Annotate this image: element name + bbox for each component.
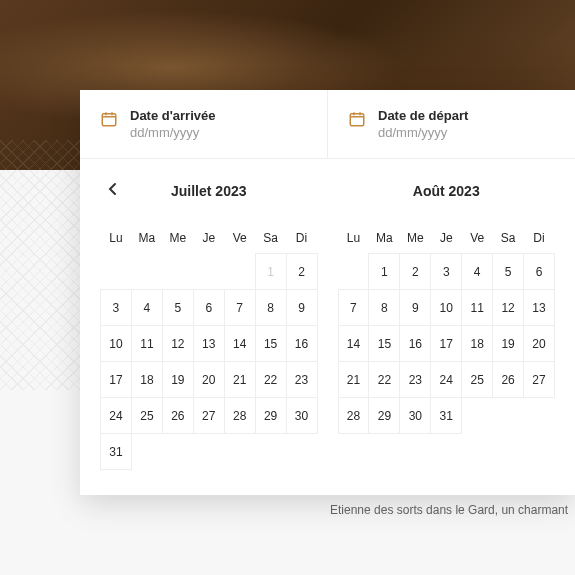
- arrival-date-input[interactable]: Date d'arrivée dd/mm/yyyy: [80, 90, 328, 158]
- calendar-day[interactable]: 16: [286, 326, 317, 362]
- weekday-header: Ve: [224, 223, 255, 254]
- calendar-day[interactable]: 2: [286, 254, 317, 290]
- calendar-day[interactable]: 6: [524, 254, 555, 290]
- calendar-month-1: Juillet 2023 LuMaMeJeVeSaDi 123456789101…: [90, 179, 328, 470]
- calendar-empty-cell: [162, 434, 193, 470]
- date-picker-panel: Date d'arrivée dd/mm/yyyy Date de départ…: [80, 90, 575, 495]
- calendar-empty-cell: [193, 254, 224, 290]
- calendar-day[interactable]: 10: [101, 326, 132, 362]
- calendar-day[interactable]: 29: [369, 398, 400, 434]
- decorative-pattern: [0, 140, 80, 390]
- calendar-day[interactable]: 22: [369, 362, 400, 398]
- calendar-day[interactable]: 14: [338, 326, 369, 362]
- calendar-day[interactable]: 6: [193, 290, 224, 326]
- calendar-day: 1: [255, 254, 286, 290]
- arrival-date-text: Date d'arrivée dd/mm/yyyy: [130, 108, 215, 140]
- calendar-day[interactable]: 13: [193, 326, 224, 362]
- calendar-day[interactable]: 27: [193, 398, 224, 434]
- calendar-day[interactable]: 8: [255, 290, 286, 326]
- calendar-empty-cell: [462, 398, 493, 434]
- calendar-day[interactable]: 21: [224, 362, 255, 398]
- calendar-day[interactable]: 4: [131, 290, 162, 326]
- calendar-day[interactable]: 11: [462, 290, 493, 326]
- calendar-day[interactable]: 4: [462, 254, 493, 290]
- calendar-day[interactable]: 21: [338, 362, 369, 398]
- calendar-day[interactable]: 7: [224, 290, 255, 326]
- calendar-day[interactable]: 26: [493, 362, 524, 398]
- calendar-empty-cell: [101, 254, 132, 290]
- calendar-1-header: Juillet 2023: [100, 179, 318, 203]
- calendar-empty-cell: [524, 398, 555, 434]
- arrival-date-placeholder: dd/mm/yyyy: [130, 125, 215, 140]
- calendar-day[interactable]: 22: [255, 362, 286, 398]
- calendar-day[interactable]: 19: [493, 326, 524, 362]
- calendar-day[interactable]: 17: [431, 326, 462, 362]
- weekday-header: Me: [162, 223, 193, 254]
- calendar-day[interactable]: 12: [493, 290, 524, 326]
- calendar-day[interactable]: 7: [338, 290, 369, 326]
- weekday-header: Je: [193, 223, 224, 254]
- month-1-title: Juillet 2023: [171, 183, 247, 199]
- calendar-1-grid: LuMaMeJeVeSaDi 1234567891011121314151617…: [100, 223, 318, 470]
- month-2-title: Août 2023: [413, 183, 480, 199]
- calendar-day[interactable]: 8: [369, 290, 400, 326]
- weekday-header: Me: [400, 223, 431, 254]
- calendar-day[interactable]: 25: [131, 398, 162, 434]
- departure-date-input[interactable]: Date de départ dd/mm/yyyy: [328, 90, 575, 158]
- calendar-day[interactable]: 24: [101, 398, 132, 434]
- calendar-day[interactable]: 29: [255, 398, 286, 434]
- calendar-day[interactable]: 31: [101, 434, 132, 470]
- calendar-day[interactable]: 23: [400, 362, 431, 398]
- departure-date-text: Date de départ dd/mm/yyyy: [378, 108, 468, 140]
- calendar-day[interactable]: 1: [369, 254, 400, 290]
- weekday-header: Lu: [338, 223, 369, 254]
- calendar-day[interactable]: 19: [162, 362, 193, 398]
- calendar-empty-cell: [224, 434, 255, 470]
- calendar-day[interactable]: 3: [431, 254, 462, 290]
- weekday-header: Di: [286, 223, 317, 254]
- calendar-day[interactable]: 30: [400, 398, 431, 434]
- calendar-day[interactable]: 5: [493, 254, 524, 290]
- calendar-day[interactable]: 27: [524, 362, 555, 398]
- departure-date-placeholder: dd/mm/yyyy: [378, 125, 468, 140]
- calendar-day[interactable]: 15: [369, 326, 400, 362]
- calendar-day[interactable]: 30: [286, 398, 317, 434]
- calendar-empty-cell: [338, 254, 369, 290]
- calendar-icon: [100, 110, 118, 128]
- calendar-day[interactable]: 31: [431, 398, 462, 434]
- calendar-day[interactable]: 14: [224, 326, 255, 362]
- calendar-icon: [348, 110, 366, 128]
- calendar-day[interactable]: 11: [131, 326, 162, 362]
- prev-month-button[interactable]: [100, 179, 124, 203]
- calendar-day[interactable]: 3: [101, 290, 132, 326]
- calendar-day[interactable]: 12: [162, 326, 193, 362]
- calendar-month-2: Août 2023 LuMaMeJeVeSaDi 123456789101112…: [328, 179, 566, 470]
- property-description: Etienne des sorts dans le Gard, un charm…: [330, 503, 575, 517]
- chevron-left-icon: [107, 182, 117, 200]
- calendar-day[interactable]: 24: [431, 362, 462, 398]
- calendar-day[interactable]: 17: [101, 362, 132, 398]
- weekday-header: Lu: [101, 223, 132, 254]
- calendar-day[interactable]: 20: [524, 326, 555, 362]
- calendar-day[interactable]: 26: [162, 398, 193, 434]
- calendar-day[interactable]: 13: [524, 290, 555, 326]
- calendar-day[interactable]: 25: [462, 362, 493, 398]
- calendar-day[interactable]: 5: [162, 290, 193, 326]
- calendar-empty-cell: [286, 434, 317, 470]
- calendar-day[interactable]: 9: [286, 290, 317, 326]
- calendar-day[interactable]: 28: [338, 398, 369, 434]
- calendar-day[interactable]: 15: [255, 326, 286, 362]
- weekday-header: Ma: [369, 223, 400, 254]
- calendar-day[interactable]: 18: [462, 326, 493, 362]
- calendar-day[interactable]: 28: [224, 398, 255, 434]
- calendar-day[interactable]: 2: [400, 254, 431, 290]
- calendar-day[interactable]: 9: [400, 290, 431, 326]
- calendar-day[interactable]: 18: [131, 362, 162, 398]
- calendar-empty-cell: [255, 434, 286, 470]
- weekday-header: Je: [431, 223, 462, 254]
- calendar-day[interactable]: 23: [286, 362, 317, 398]
- calendar-day[interactable]: 10: [431, 290, 462, 326]
- calendar-day[interactable]: 20: [193, 362, 224, 398]
- calendar-day[interactable]: 16: [400, 326, 431, 362]
- calendar-empty-cell: [131, 434, 162, 470]
